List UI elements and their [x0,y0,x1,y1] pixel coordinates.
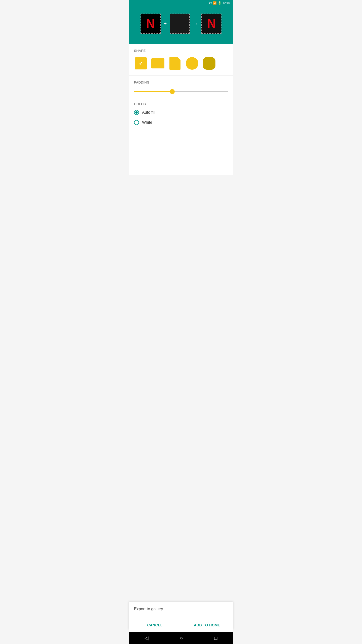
preview-area: N + → N [129,6,233,44]
shape-page-btn[interactable] [168,57,182,70]
export-to-gallery-label: Export to gallery [134,607,163,611]
result-icon-preview: N [201,14,221,34]
shape-section: SHAPE [129,44,233,75]
back-nav-btn[interactable]: ◁ [140,633,153,643]
netflix-logo: N [146,18,155,30]
wifi-icon: ▾▾ [209,1,212,5]
source-icon-preview: N [141,14,161,34]
white-label: White [142,120,152,125]
shape-squircle [203,57,215,70]
shape-rect [151,58,164,68]
status-bar: ▾▾ 📶 🔋 12:46 [129,0,233,6]
main-content: SHAPE PADDING [129,44,233,175]
auto-fill-option[interactable]: Auto fill [134,110,228,115]
battery-icon: 🔋 [218,1,221,5]
color-label: COLOR [134,102,228,106]
auto-fill-radio [134,110,139,115]
padding-slider[interactable] [134,91,228,92]
bottom-action-bar: CANCEL ADD TO HOME [129,618,233,632]
nav-bar: ◁ ○ □ [129,632,233,644]
shape-page [169,57,180,70]
padding-section: PADDING [129,75,233,97]
recents-nav-btn[interactable]: □ [209,633,222,643]
slider-container [134,88,228,93]
padding-label: PADDING [134,80,228,84]
plus-operator: + [164,20,167,27]
status-icons: ▾▾ 📶 🔋 12:46 [209,1,230,5]
result-netflix-logo: N [207,18,216,30]
overlay-box-preview [170,14,190,34]
color-section: COLOR Auto fill White [129,97,233,135]
shape-square-check-btn[interactable] [134,57,148,70]
add-to-home-button[interactable]: ADD TO HOME [181,618,233,632]
shape-label: SHAPE [134,49,228,53]
white-option[interactable]: White [134,120,228,125]
cancel-button[interactable]: CANCEL [129,618,181,632]
shape-circle [186,57,198,70]
shape-circle-btn[interactable] [185,57,199,70]
export-to-gallery-item[interactable]: Export to gallery [129,602,233,616]
shape-options [134,57,228,73]
arrow-operator: → [193,20,198,27]
white-radio [134,120,139,125]
time-display: 12:46 [222,1,230,5]
shape-rect-btn[interactable] [151,57,165,70]
auto-fill-label: Auto fill [142,110,155,115]
shape-square-check [135,57,147,69]
shape-squircle-btn[interactable] [202,57,216,70]
home-nav-btn[interactable]: ○ [175,633,188,643]
signal-icon: 📶 [213,1,217,5]
bottom-spacer [129,135,233,175]
